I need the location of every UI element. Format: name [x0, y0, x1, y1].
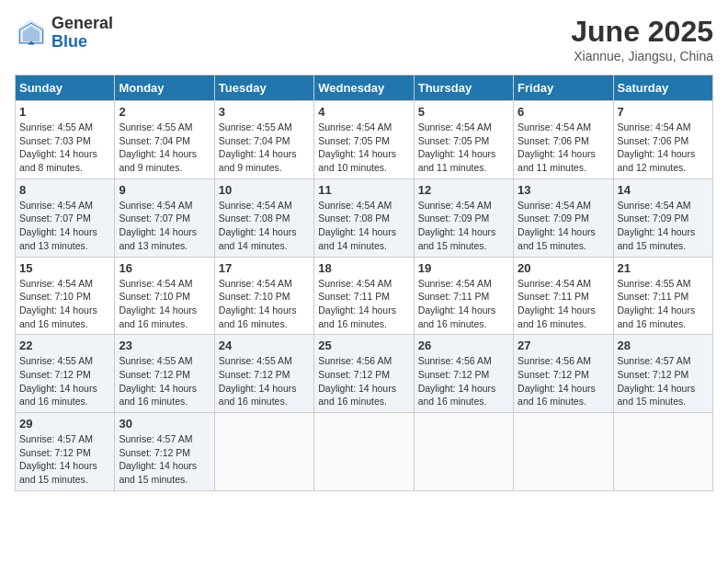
calendar-cell: 25Sunrise: 4:56 AMSunset: 7:12 PMDayligh…	[314, 335, 414, 413]
calendar-cell	[514, 413, 613, 491]
day-info: Sunrise: 4:54 AMSunset: 7:05 PMDaylight:…	[418, 121, 509, 175]
day-number: 23	[119, 339, 210, 352]
calendar-cell: 13Sunrise: 4:54 AMSunset: 7:09 PMDayligh…	[514, 178, 613, 257]
day-info: Sunrise: 4:56 AMSunset: 7:12 PMDaylight:…	[418, 354, 509, 408]
day-info: Sunrise: 4:54 AMSunset: 7:09 PMDaylight:…	[518, 199, 609, 253]
day-number: 9	[119, 183, 210, 197]
calendar-cell: 1Sunrise: 4:55 AMSunset: 7:03 PMDaylight…	[16, 101, 115, 179]
location: Xiannue, Jiangsu, China	[571, 49, 713, 63]
day-number: 20	[518, 261, 609, 275]
day-number: 27	[518, 339, 609, 352]
day-number: 16	[119, 261, 210, 275]
day-info: Sunrise: 4:54 AMSunset: 7:08 PMDaylight:…	[318, 199, 409, 253]
day-info: Sunrise: 4:54 AMSunset: 7:10 PMDaylight:…	[19, 277, 110, 331]
day-info: Sunrise: 4:56 AMSunset: 7:12 PMDaylight:…	[318, 354, 409, 408]
day-number: 10	[219, 183, 310, 197]
logo: General Blue	[15, 15, 113, 52]
calendar-cell: 15Sunrise: 4:54 AMSunset: 7:10 PMDayligh…	[16, 257, 115, 335]
day-number: 19	[418, 261, 509, 275]
calendar-cell: 6Sunrise: 4:54 AMSunset: 7:06 PMDaylight…	[514, 101, 613, 179]
calendar-cell: 26Sunrise: 4:56 AMSunset: 7:12 PMDayligh…	[414, 335, 513, 413]
day-info: Sunrise: 4:55 AMSunset: 7:11 PMDaylight:…	[618, 277, 709, 331]
day-info: Sunrise: 4:54 AMSunset: 7:09 PMDaylight:…	[418, 199, 509, 253]
calendar-cell: 11Sunrise: 4:54 AMSunset: 7:08 PMDayligh…	[314, 178, 414, 257]
column-header-tuesday: Tuesday	[214, 75, 313, 101]
day-info: Sunrise: 4:55 AMSunset: 7:12 PMDaylight:…	[19, 354, 110, 408]
calendar-cell: 22Sunrise: 4:55 AMSunset: 7:12 PMDayligh…	[16, 335, 115, 413]
calendar-week-row: 15Sunrise: 4:54 AMSunset: 7:10 PMDayligh…	[16, 257, 713, 335]
day-number: 11	[318, 183, 409, 197]
day-info: Sunrise: 4:55 AMSunset: 7:12 PMDaylight:…	[219, 354, 310, 408]
day-number: 29	[19, 417, 110, 431]
day-info: Sunrise: 4:54 AMSunset: 7:08 PMDaylight:…	[219, 199, 310, 253]
column-header-wednesday: Wednesday	[314, 75, 414, 101]
calendar-table: SundayMondayTuesdayWednesdayThursdayFrid…	[15, 75, 713, 491]
day-info: Sunrise: 4:55 AMSunset: 7:12 PMDaylight:…	[119, 354, 210, 408]
day-info: Sunrise: 4:55 AMSunset: 7:04 PMDaylight:…	[119, 121, 210, 175]
calendar-cell	[214, 413, 313, 491]
day-number: 24	[219, 339, 310, 352]
calendar-cell: 3Sunrise: 4:55 AMSunset: 7:04 PMDaylight…	[214, 101, 313, 179]
column-header-saturday: Saturday	[613, 75, 712, 101]
day-number: 22	[19, 339, 110, 352]
column-header-monday: Monday	[115, 75, 214, 101]
day-number: 18	[318, 261, 409, 275]
logo-icon	[15, 17, 48, 50]
day-info: Sunrise: 4:54 AMSunset: 7:09 PMDaylight:…	[618, 199, 709, 253]
day-number: 1	[19, 105, 110, 119]
day-number: 12	[418, 183, 509, 197]
calendar-cell: 27Sunrise: 4:56 AMSunset: 7:12 PMDayligh…	[514, 335, 613, 413]
month-title: June 2025	[571, 15, 713, 49]
calendar-cell	[613, 413, 712, 491]
calendar-cell: 24Sunrise: 4:55 AMSunset: 7:12 PMDayligh…	[214, 335, 313, 413]
title-block: June 2025 Xiannue, Jiangsu, China	[571, 15, 713, 63]
day-info: Sunrise: 4:54 AMSunset: 7:10 PMDaylight:…	[219, 277, 310, 331]
calendar-cell: 7Sunrise: 4:54 AMSunset: 7:06 PMDaylight…	[613, 101, 712, 179]
calendar-cell: 18Sunrise: 4:54 AMSunset: 7:11 PMDayligh…	[314, 257, 414, 335]
calendar-week-row: 29Sunrise: 4:57 AMSunset: 7:12 PMDayligh…	[16, 413, 713, 491]
calendar-cell: 21Sunrise: 4:55 AMSunset: 7:11 PMDayligh…	[613, 257, 712, 335]
day-number: 30	[119, 417, 210, 431]
day-number: 28	[618, 339, 709, 352]
column-header-sunday: Sunday	[16, 75, 115, 101]
day-info: Sunrise: 4:56 AMSunset: 7:12 PMDaylight:…	[518, 354, 609, 408]
day-number: 2	[119, 105, 210, 119]
day-info: Sunrise: 4:54 AMSunset: 7:11 PMDaylight:…	[418, 277, 509, 331]
calendar-cell: 2Sunrise: 4:55 AMSunset: 7:04 PMDaylight…	[115, 101, 214, 179]
day-info: Sunrise: 4:54 AMSunset: 7:06 PMDaylight:…	[618, 121, 709, 175]
calendar-cell: 5Sunrise: 4:54 AMSunset: 7:05 PMDaylight…	[414, 101, 513, 179]
day-info: Sunrise: 4:54 AMSunset: 7:06 PMDaylight:…	[518, 121, 609, 175]
logo-text: General Blue	[51, 15, 113, 52]
day-info: Sunrise: 4:54 AMSunset: 7:05 PMDaylight:…	[318, 121, 409, 175]
day-info: Sunrise: 4:55 AMSunset: 7:03 PMDaylight:…	[19, 121, 110, 175]
day-number: 13	[518, 183, 609, 197]
calendar-cell: 19Sunrise: 4:54 AMSunset: 7:11 PMDayligh…	[414, 257, 513, 335]
calendar-cell: 16Sunrise: 4:54 AMSunset: 7:10 PMDayligh…	[115, 257, 214, 335]
day-info: Sunrise: 4:54 AMSunset: 7:07 PMDaylight:…	[19, 199, 110, 253]
day-info: Sunrise: 4:55 AMSunset: 7:04 PMDaylight:…	[219, 121, 310, 175]
calendar-cell: 20Sunrise: 4:54 AMSunset: 7:11 PMDayligh…	[514, 257, 613, 335]
day-info: Sunrise: 4:57 AMSunset: 7:12 PMDaylight:…	[19, 432, 110, 487]
calendar-cell: 23Sunrise: 4:55 AMSunset: 7:12 PMDayligh…	[115, 335, 214, 413]
calendar-week-row: 8Sunrise: 4:54 AMSunset: 7:07 PMDaylight…	[16, 178, 713, 257]
day-info: Sunrise: 4:54 AMSunset: 7:11 PMDaylight:…	[518, 277, 609, 331]
page-header: General Blue June 2025 Xiannue, Jiangsu,…	[15, 15, 713, 63]
calendar-week-row: 22Sunrise: 4:55 AMSunset: 7:12 PMDayligh…	[16, 335, 713, 413]
calendar-cell: 17Sunrise: 4:54 AMSunset: 7:10 PMDayligh…	[214, 257, 313, 335]
logo-blue: Blue	[51, 33, 113, 52]
day-number: 6	[518, 105, 609, 119]
day-number: 3	[219, 105, 310, 119]
calendar-cell: 29Sunrise: 4:57 AMSunset: 7:12 PMDayligh…	[16, 413, 115, 491]
day-info: Sunrise: 4:54 AMSunset: 7:11 PMDaylight:…	[318, 277, 409, 331]
logo-general: General	[51, 15, 113, 33]
calendar-cell	[414, 413, 513, 491]
day-number: 7	[618, 105, 709, 119]
day-number: 14	[618, 183, 709, 197]
calendar-cell: 14Sunrise: 4:54 AMSunset: 7:09 PMDayligh…	[613, 178, 712, 257]
day-number: 21	[618, 261, 709, 275]
calendar-cell: 12Sunrise: 4:54 AMSunset: 7:09 PMDayligh…	[414, 178, 513, 257]
column-header-friday: Friday	[514, 75, 613, 101]
day-info: Sunrise: 4:54 AMSunset: 7:07 PMDaylight:…	[119, 199, 210, 253]
calendar-header-row: SundayMondayTuesdayWednesdayThursdayFrid…	[16, 75, 713, 101]
calendar-week-row: 1Sunrise: 4:55 AMSunset: 7:03 PMDaylight…	[16, 101, 713, 179]
